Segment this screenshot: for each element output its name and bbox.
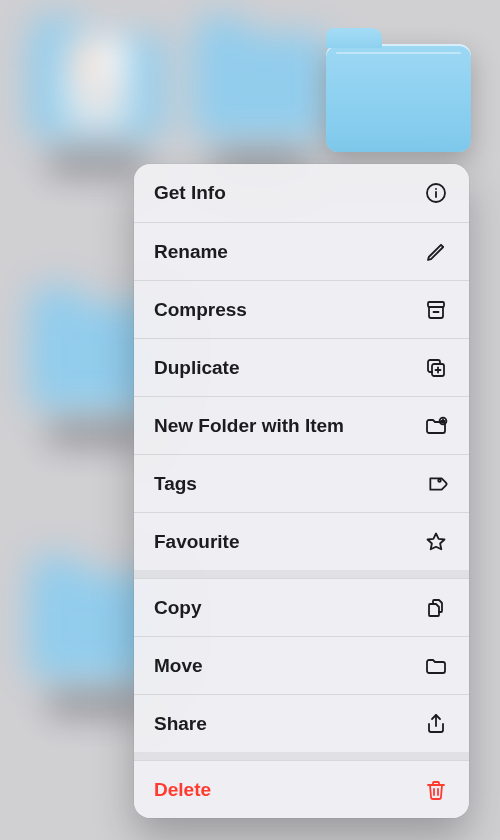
menu-item-share[interactable]: Share [134,694,469,752]
menu-item-label: Favourite [154,531,240,553]
menu-item-favourite[interactable]: Favourite [134,512,469,570]
duplicate-icon [423,355,449,381]
menu-item-label: Compress [154,299,247,321]
menu-item-get-info[interactable]: Get Info [134,164,469,222]
menu-item-compress[interactable]: Compress [134,280,469,338]
pencil-icon [423,239,449,265]
menu-item-duplicate[interactable]: Duplicate [134,338,469,396]
folder-icon [423,653,449,679]
menu-item-tags[interactable]: Tags [134,454,469,512]
archive-icon [423,297,449,323]
menu-item-label: Move [154,655,203,677]
tag-icon [423,471,449,497]
menu-item-label: New Folder with Item [154,415,344,437]
menu-item-label: Tags [154,473,197,495]
menu-section-3: Delete [134,760,469,818]
menu-item-new-folder-with-item[interactable]: New Folder with Item [134,396,469,454]
menu-section-1: Get Info Rename Compress Duplicate New F… [134,164,469,570]
menu-item-move[interactable]: Move [134,636,469,694]
copy-icon [423,595,449,621]
menu-separator [134,752,469,760]
svg-point-11 [438,479,441,482]
menu-separator [134,570,469,578]
menu-item-copy[interactable]: Copy [134,578,469,636]
menu-section-2: Copy Move Share [134,578,469,752]
trash-icon [423,777,449,803]
menu-item-label: Duplicate [154,357,240,379]
menu-item-label: Delete [154,779,211,801]
menu-item-label: Share [154,713,207,735]
context-menu: Get Info Rename Compress Duplicate New F… [134,164,469,818]
selected-folder[interactable] [326,44,471,152]
menu-item-rename[interactable]: Rename [134,222,469,280]
folder-plus-icon [423,413,449,439]
info-icon [423,180,449,206]
menu-item-delete[interactable]: Delete [134,760,469,818]
menu-item-label: Get Info [154,182,226,204]
share-icon [423,711,449,737]
svg-rect-3 [428,302,444,307]
menu-item-label: Copy [154,597,202,619]
menu-item-label: Rename [154,241,228,263]
star-icon [423,529,449,555]
